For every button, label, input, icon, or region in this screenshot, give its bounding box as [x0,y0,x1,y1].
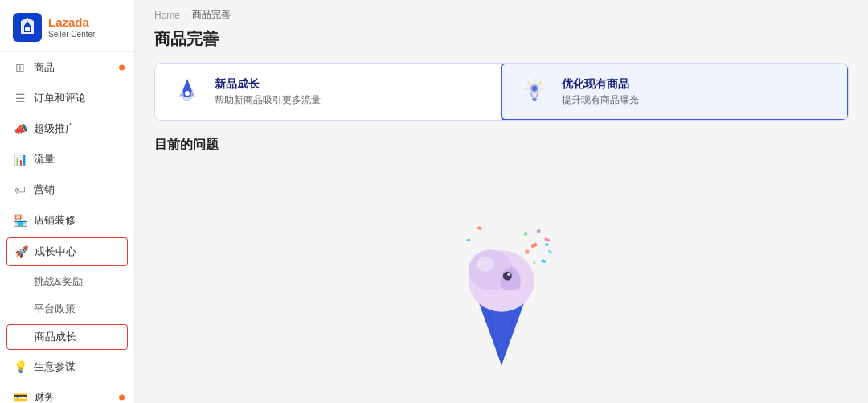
sidebar-item-biz-advice[interactable]: 💡 生意参谋 [0,352,134,382]
tab-optimize-existing[interactable]: 优化现有商品 提升现有商品曝光 [501,63,850,121]
sidebar-label-products: 商品 [34,60,55,75]
sidebar-sub-item-platform-policy[interactable]: 平台政策 [0,295,134,323]
store-icon: 🏪 [13,213,27,228]
empty-illustration [421,204,582,365]
breadcrumb-separator: › [185,10,187,19]
rocket-icon: 🚀 [14,245,28,259]
finance-dot [119,395,125,401]
svg-point-35 [545,243,549,247]
lazada-logo-icon [13,13,42,42]
new-growth-title: 新品成长 [215,77,321,92]
tag-icon: 🏷 [13,183,27,197]
svg-rect-30 [523,232,528,236]
svg-rect-38 [466,238,470,241]
page-title: 商品完善 [135,25,868,63]
breadcrumb-home[interactable]: Home [154,10,180,21]
svg-marker-3 [182,79,192,92]
sidebar-item-orders[interactable]: ☰ 订单和评论 [0,83,134,113]
svg-rect-37 [477,226,482,230]
sidebar-label-store-decor: 店铺装修 [34,213,76,228]
new-growth-icon [171,76,203,108]
svg-line-14 [528,82,530,84]
new-growth-subtitle: 帮助新商品吸引更多流量 [215,93,321,107]
svg-point-36 [533,261,536,265]
main-content: Home › 商品完善 商品完善 新品成长 帮助新商品吸引更多流量 [135,0,868,403]
optimize-existing-text: 优化现有商品 提升现有商品曝光 [562,77,639,107]
svg-rect-33 [548,249,553,253]
sidebar-sub-item-product-growth[interactable]: 商品成长 [6,324,128,350]
sidebar-label-super-promo: 超级推广 [34,121,76,136]
sidebar-item-store-decor[interactable]: 🏪 店铺装修 [0,205,134,236]
sidebar-label-growth-center: 成长中心 [35,245,76,259]
sidebar-item-finance[interactable]: 💳 财务 [0,382,134,403]
tab-cards-container: 新品成长 帮助新商品吸引更多流量 [154,63,849,121]
bar-chart-icon: 📊 [13,152,27,167]
svg-point-26 [503,272,512,281]
svg-rect-9 [532,98,537,100]
sidebar-item-super-promo[interactable]: 📣 超级推广 [0,113,134,144]
breadcrumb-current: 商品完善 [192,8,231,22]
seller-center-label: Seller Center [48,30,95,39]
sidebar-label-marketing: 营销 [34,183,55,197]
svg-point-17 [532,86,537,91]
brand-name: Lazada [48,15,95,30]
wallet-icon: 💳 [13,390,27,403]
list-icon: ☰ [13,91,27,105]
sidebar-item-marketing[interactable]: 🏷 营销 [0,175,134,205]
section-title: 目前的问题 [154,137,849,154]
svg-point-34 [525,249,529,253]
sidebar-label-challenges: 挑战&奖励 [34,275,83,287]
svg-rect-31 [544,237,550,242]
optimize-title: 优化现有商品 [562,77,639,92]
sidebar-item-growth-center[interactable]: 🚀 成长中心 [6,237,128,266]
logo-text: Lazada Seller Center [48,15,95,39]
empty-state [135,167,868,403]
sidebar: Lazada Seller Center ⊞ 商品 ☰ 订单和评论 📣 超级推广… [0,0,135,403]
svg-point-25 [477,257,494,271]
logo: Lazada Seller Center [0,0,134,52]
svg-rect-10 [533,100,536,101]
sidebar-label-finance: 财务 [34,390,55,403]
optimize-icon [518,76,551,108]
grid-icon: ⊞ [13,60,27,75]
sidebar-item-traffic[interactable]: 📊 流量 [0,144,134,175]
sidebar-label-traffic: 流量 [34,152,55,167]
sidebar-sub-item-challenges[interactable]: 挑战&奖励 [0,268,134,295]
megaphone-icon: 📣 [13,121,27,136]
tab-new-growth[interactable]: 新品成长 帮助新商品吸引更多流量 [155,64,502,120]
sidebar-label-platform-policy: 平台政策 [34,302,76,315]
new-growth-text: 新品成长 帮助新商品吸引更多流量 [215,77,321,107]
sidebar-label-orders: 订单和评论 [34,91,86,105]
lightbulb-icon: 💡 [13,360,27,374]
svg-rect-32 [537,229,541,233]
sidebar-label-product-growth: 商品成长 [35,331,76,343]
products-dot [119,65,125,71]
optimize-subtitle: 提升现有商品曝光 [562,93,639,107]
svg-rect-29 [541,259,546,263]
svg-line-12 [539,82,541,84]
sidebar-label-biz-advice: 生意参谋 [34,360,76,374]
breadcrumb: Home › 商品完善 [135,0,868,25]
svg-point-1 [25,27,30,31]
svg-rect-28 [530,243,537,249]
svg-point-27 [507,273,510,276]
svg-point-7 [185,91,190,96]
sidebar-item-products[interactable]: ⊞ 商品 [0,52,134,83]
